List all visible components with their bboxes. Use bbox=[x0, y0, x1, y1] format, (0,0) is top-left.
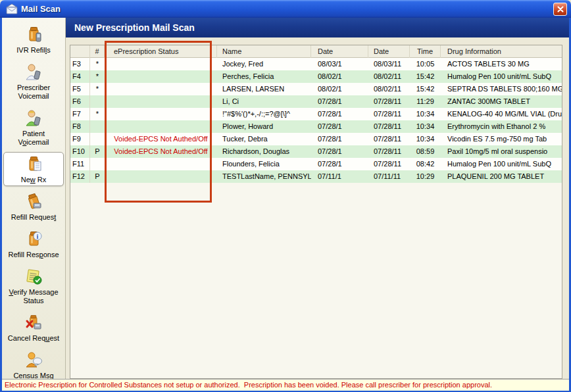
cell-date2: 08/02/11 bbox=[368, 70, 410, 83]
cell-date2: 08/03/11 bbox=[368, 58, 410, 70]
sidebar-item-verify-message-status[interactable]: Verify MessageStatus bbox=[3, 264, 64, 307]
cell-drug: Erythromycin with Ethanol 2 % bbox=[441, 120, 562, 133]
refill-response-icon: i bbox=[24, 230, 43, 249]
sidebar-item-label: PatientVoicemail bbox=[5, 130, 62, 147]
cell-drug: PLAQUENIL 200 MG TABLET bbox=[441, 170, 562, 183]
cell-time: 15:42 bbox=[410, 70, 441, 83]
column-header-date2[interactable]: Date bbox=[368, 45, 410, 58]
cell-date1: 07/28/1 bbox=[311, 108, 368, 120]
table-row[interactable]: F10PVoided-EPCS Not Authed/OffRichardson… bbox=[70, 145, 562, 158]
cell-date1: 07/28/1 bbox=[311, 95, 368, 108]
sidebar-item-new-rx[interactable]: New Rx bbox=[3, 152, 64, 186]
cell-flag bbox=[90, 158, 105, 170]
cell-id: F4 bbox=[70, 70, 90, 83]
column-header-flag[interactable]: # bbox=[90, 45, 105, 58]
cell-flag: * bbox=[90, 108, 105, 120]
sidebar-item-prescriber-voicemail[interactable]: PrescriberVoicemail bbox=[3, 60, 64, 103]
column-header-blank[interactable] bbox=[70, 45, 90, 58]
cell-flag bbox=[90, 95, 105, 108]
window-body: IVR RefillsPrescriberVoicemailPatientVoi… bbox=[0, 18, 571, 392]
cell-status: Voided-EPCS Not Authed/Off bbox=[105, 133, 217, 145]
sidebar: IVR RefillsPrescriberVoicemailPatientVoi… bbox=[2, 18, 66, 391]
ivr-refills-icon bbox=[24, 25, 43, 45]
table-row[interactable]: F3*Jockey, Fred08/03/108/03/1110:05ACTOS… bbox=[70, 58, 562, 70]
sidebar-item-refill-response[interactable]: iRefill Response bbox=[3, 227, 64, 261]
cell-time: 11:29 bbox=[410, 95, 441, 108]
cell-name: Flounders, Felicia bbox=[217, 158, 311, 170]
cell-name: Perches, Felicia bbox=[217, 70, 311, 83]
column-header-time[interactable]: Time bbox=[410, 45, 441, 58]
cell-name: !"#$%'()*+,-/:;=?@[\]^ bbox=[217, 108, 311, 120]
cell-name: Jockey, Fred bbox=[217, 58, 311, 70]
cell-date2: 07/28/11 bbox=[368, 108, 410, 120]
new-rx-icon bbox=[24, 155, 43, 174]
cell-id: F7 bbox=[70, 108, 90, 120]
column-header-status[interactable]: ePrescription Status bbox=[105, 45, 217, 58]
prescription-table: #ePrescription StatusNameDateDateTimeDru… bbox=[70, 45, 562, 379]
sidebar-item-census-msg[interactable]: Census Msg bbox=[3, 348, 64, 382]
cancel-request-icon bbox=[24, 313, 43, 333]
cell-id: F5 bbox=[70, 83, 90, 95]
cell-date2: 07/28/11 bbox=[368, 158, 410, 170]
cell-name: LARSEN, LARSEN bbox=[217, 83, 311, 95]
sidebar-item-label: PrescriberVoicemail bbox=[5, 84, 62, 101]
cell-id: F11 bbox=[70, 158, 90, 170]
cell-id: F10 bbox=[70, 145, 90, 158]
sidebar-item-cancel-request[interactable]: Cancel Request bbox=[3, 310, 64, 345]
mail-envelope-icon bbox=[5, 3, 18, 14]
patient-voicemail-icon bbox=[24, 109, 43, 128]
cell-date2: 07/11/11 bbox=[368, 170, 410, 183]
table-row[interactable]: F9Voided-EPCS Not Authed/OffTucker, Debr… bbox=[70, 133, 562, 145]
table-row[interactable]: F6Li, Ci07/28/107/28/1111:29ZANTAC 300MG… bbox=[70, 95, 562, 108]
cell-drug: KENALOG-40 40 MG/ML VIAL (Drug bbox=[441, 108, 562, 120]
titlebar[interactable]: Mail Scan bbox=[0, 0, 571, 18]
cell-drug: Humalog Pen 100 unit/mL SubQ bbox=[441, 70, 562, 83]
cell-time: 10:34 bbox=[410, 120, 441, 133]
table-row[interactable]: F5*LARSEN, LARSEN08/02/108/02/1115:42SEP… bbox=[70, 83, 562, 95]
sidebar-item-refill-request[interactable]: Refill Request bbox=[3, 189, 64, 224]
cell-drug: Humalog Pen 100 unit/mL SubQ bbox=[441, 158, 562, 170]
table-row[interactable]: F4*Perches, Felicia08/02/108/02/1115:42H… bbox=[70, 70, 562, 83]
cell-date2: 07/28/11 bbox=[368, 133, 410, 145]
cell-status bbox=[105, 83, 217, 95]
cell-drug: ZANTAC 300MG TABLET bbox=[441, 95, 562, 108]
window-title: Mail Scan bbox=[21, 4, 553, 14]
column-header-name[interactable]: Name bbox=[217, 45, 311, 58]
cell-time: 08:42 bbox=[410, 158, 441, 170]
sidebar-item-patient-voicemail[interactable]: PatientVoicemail bbox=[3, 106, 64, 149]
table-row[interactable]: F11Flounders, Felicia07/28/107/28/1108:4… bbox=[70, 158, 562, 170]
cell-date1: 08/02/1 bbox=[311, 83, 368, 95]
cell-flag bbox=[90, 133, 105, 145]
cell-drug: SEPTRA DS TABLETS 800;160 MG;M bbox=[441, 83, 562, 95]
status-bar: Electronic Prescription for Controlled S… bbox=[2, 379, 569, 391]
sidebar-item-ivr-refills[interactable]: IVR Refills bbox=[3, 22, 64, 57]
cell-flag: * bbox=[90, 70, 105, 83]
page-title: New Prescription Mail Scan bbox=[66, 18, 569, 37]
cell-date2: 07/28/11 bbox=[368, 95, 410, 108]
cell-name: Tucker, Debra bbox=[217, 133, 311, 145]
table-row[interactable]: F8Plower, Howard07/28/107/28/1110:34Eryt… bbox=[70, 120, 562, 133]
cell-id: F8 bbox=[70, 120, 90, 133]
cell-name: Li, Ci bbox=[217, 95, 311, 108]
cell-date1: 08/03/1 bbox=[311, 58, 368, 70]
cell-time: 15:42 bbox=[410, 83, 441, 95]
column-header-drug[interactable]: Drug Information bbox=[441, 45, 562, 58]
cell-date2: 07/28/11 bbox=[368, 120, 410, 133]
sidebar-item-label: Verify MessageStatus bbox=[5, 288, 62, 305]
table-row[interactable]: F7*!"#$%'()*+,-/:;=?@[\]^07/28/107/28/11… bbox=[70, 108, 562, 120]
content-panel: New Prescription Mail Scan #ePrescriptio… bbox=[66, 18, 569, 391]
table-row[interactable]: F12PTESTLastName, PENNSYLV07/11/107/11/1… bbox=[70, 170, 562, 183]
sidebar-item-label: IVR Refills bbox=[5, 46, 62, 55]
cell-id: F6 bbox=[70, 95, 90, 108]
sidebar-item-label: New Rx bbox=[5, 176, 62, 184]
cell-drug: Paxil 10mg/5 ml oral suspensio bbox=[441, 145, 562, 158]
census-msg-icon bbox=[24, 351, 43, 370]
cell-date1: 07/28/1 bbox=[311, 145, 368, 158]
cell-time: 10:29 bbox=[410, 170, 441, 183]
cell-date1: 07/28/1 bbox=[311, 133, 368, 145]
cell-date1: 07/28/1 bbox=[311, 120, 368, 133]
close-button[interactable] bbox=[553, 3, 567, 16]
column-header-date1[interactable]: Date bbox=[311, 45, 368, 58]
cell-id: F12 bbox=[70, 170, 90, 183]
cell-status bbox=[105, 108, 217, 120]
